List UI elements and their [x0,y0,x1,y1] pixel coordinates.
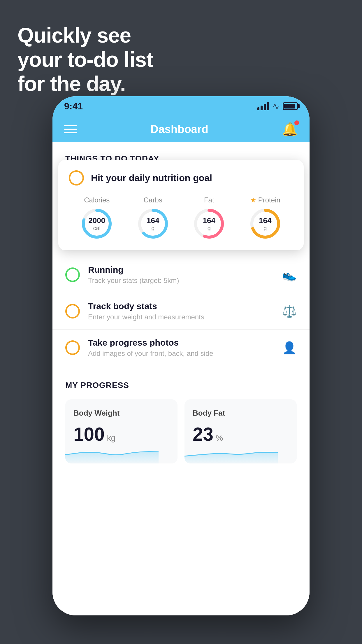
notification-button[interactable]: 🔔 [282,122,298,137]
body-stats-subtitle: Enter your weight and measurements [88,313,274,321]
body-fat-card: Body Fat 23 % [184,399,297,463]
carbs-label: Carbs [144,196,162,204]
phone-frame: 9:41 ∿ Dashboard 🔔 THI [52,96,310,615]
running-text: Running Track your stats (target: 5km) [88,265,274,285]
body-fat-card-title: Body Fat [193,409,289,418]
body-fat-unit: % [216,433,223,443]
header-title: Dashboard [150,123,208,136]
protein-label-row: ★ Protein [250,196,280,204]
running-checkbox[interactable] [65,267,80,282]
todo-item-running[interactable]: Running Track your stats (target: 5km) 👟 [52,257,310,293]
status-icons: ∿ [257,102,298,111]
nutrition-card: Hit your daily nutrition goal Calories 2… [58,160,304,250]
running-icon: 👟 [282,268,297,282]
battery-icon [283,102,298,110]
fat-value: 164 g [203,216,215,231]
progress-section: MY PROGRESS Body Weight 100 kg [52,366,310,463]
signal-icon [257,102,269,110]
nutrition-checkbox[interactable] [69,170,84,186]
protein-ring-item: ★ Protein 164 g [249,196,281,240]
progress-photos-text: Take progress photos Add images of your … [88,338,274,358]
body-stats-title: Track body stats [88,301,274,311]
body-weight-chart [65,443,159,463]
wifi-icon: ∿ [273,102,279,111]
fat-ring: 164 g [193,208,225,240]
calories-ring: 2000 cal [81,208,113,240]
progress-photos-title: Take progress photos [88,338,274,348]
carbs-value: 164 g [147,216,159,231]
body-weight-value: 100 [73,424,105,445]
carbs-ring-item: Carbs 164 g [137,196,169,240]
person-icon: 👤 [282,341,297,355]
running-subtitle: Track your stats (target: 5km) [88,276,274,285]
body-stats-text: Track body stats Enter your weight and m… [88,301,274,321]
body-fat-value: 23 [193,424,213,445]
protein-value: 164 g [259,216,271,231]
body-weight-card: Body Weight 100 kg [65,399,178,463]
progress-photos-checkbox[interactable] [65,340,80,355]
card-header: Hit your daily nutrition goal [69,170,293,186]
carbs-ring: 164 g [137,208,169,240]
status-time: 9:41 [64,101,83,112]
notification-dot [294,120,299,125]
calories-value: 2000 cal [88,216,105,231]
protein-label: Protein [258,196,280,204]
app-header: Dashboard 🔔 [52,116,310,142]
nutrition-card-title: Hit your daily nutrition goal [91,173,212,183]
body-fat-value-row: 23 % [193,424,289,445]
scale-icon: ⚖️ [282,304,297,318]
body-weight-value-row: 100 kg [73,424,169,445]
running-title: Running [88,265,274,275]
calories-label: Calories [84,196,110,204]
body-stats-checkbox[interactable] [65,304,80,318]
body-weight-unit: kg [107,433,116,443]
body-weight-card-title: Body Weight [73,409,169,418]
status-bar: 9:41 ∿ [52,96,310,116]
body-fat-chart [184,443,278,463]
todo-item-body-stats[interactable]: Track body stats Enter your weight and m… [52,293,310,330]
star-icon: ★ [250,196,256,204]
fat-label: Fat [204,196,214,204]
fat-ring-item: Fat 164 g [193,196,225,240]
menu-button[interactable] [64,125,77,133]
todo-list: Running Track your stats (target: 5km) 👟… [52,257,310,366]
progress-cards: Body Weight 100 kg [65,399,297,463]
protein-ring: 164 g [249,208,281,240]
progress-photos-subtitle: Add images of your front, back, and side [88,349,274,358]
progress-header: MY PROGRESS [65,381,297,390]
nutrition-rings: Calories 2000 cal Carbs [69,196,293,240]
main-content: THINGS TO DO TODAY Hit your daily nutrit… [52,142,310,615]
calories-ring-item: Calories 2000 cal [81,196,113,240]
app-headline: Quickly see your to-do list for the day. [17,23,153,96]
todo-item-progress-photos[interactable]: Take progress photos Add images of your … [52,330,310,366]
